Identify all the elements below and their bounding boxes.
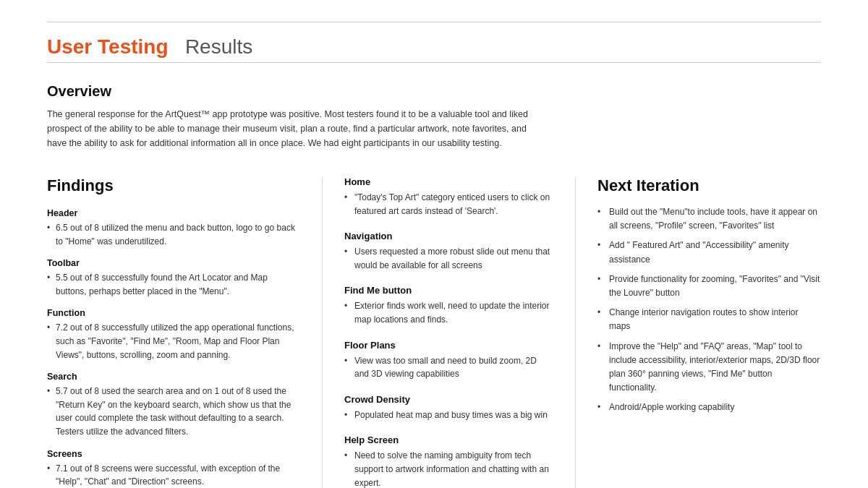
list-item: 5.5 out of 8 successfully found the Art … xyxy=(47,271,300,298)
overview-section: Overview The general response for the Ar… xyxy=(47,83,821,150)
mid-floor-plans-label: Floor Plans xyxy=(344,340,553,351)
finding-toolbar-list: 5.5 out of 8 successfully found the Art … xyxy=(47,271,300,298)
middle-column: Home "Today's Top Art" category enticed … xyxy=(322,176,575,488)
mid-floor-plans-list: View was too small and need to build zoo… xyxy=(344,354,553,381)
mid-navigation: Navigation Users requested a more robust… xyxy=(344,231,553,272)
mid-crowd-density: Crowd Density Populated heat map and bus… xyxy=(344,394,553,422)
finding-toolbar: Toolbar 5.5 out of 8 successfully found … xyxy=(47,258,300,298)
next-iteration-heading: Next Iteration xyxy=(597,176,821,195)
list-item: View was too small and need to build zoo… xyxy=(344,354,553,381)
mid-navigation-list: Users requested a more robust slide out … xyxy=(344,245,553,272)
finding-search: Search 5.7 out of 8 used the search area… xyxy=(47,372,300,438)
list-item: Provide functionality for zooming, "Favo… xyxy=(597,273,821,300)
overview-heading: Overview xyxy=(47,83,821,100)
finding-header: Header 6.5 out of 8 utilized the menu an… xyxy=(47,208,300,248)
list-item: Need to solve the naming ambiguity from … xyxy=(344,449,553,488)
three-column-layout: Findings Header 6.5 out of 8 utilized th… xyxy=(47,176,821,488)
mid-floor-plans: Floor Plans View was too small and need … xyxy=(344,340,553,381)
mid-crowd-density-label: Crowd Density xyxy=(344,394,553,405)
mid-home: Home "Today's Top Art" category enticed … xyxy=(344,176,553,218)
list-item: Android/Apple working capability xyxy=(597,401,821,414)
list-item: Build out the "Menu"to include tools, ha… xyxy=(597,205,821,233)
finding-header-list: 6.5 out of 8 utilized the menu and back … xyxy=(47,221,300,248)
finding-screens: Screens 7.1 out of 8 screens were succes… xyxy=(47,449,300,488)
top-rule xyxy=(47,22,821,22)
finding-toolbar-label: Toolbar xyxy=(47,258,300,268)
finding-search-list: 5.7 out of 8 used the search area and on… xyxy=(47,385,300,438)
title-rule xyxy=(47,62,821,63)
mid-help-screen: Help Screen Need to solve the naming amb… xyxy=(344,435,553,488)
list-item: 5.7 out of 8 used the search area and on… xyxy=(47,385,300,438)
finding-search-label: Search xyxy=(47,372,300,382)
list-item: 6.5 out of 8 utilized the menu and back … xyxy=(47,221,300,248)
mid-crowd-density-list: Populated heat map and busy times was a … xyxy=(344,408,553,422)
mid-home-list: "Today's Top Art" category enticed users… xyxy=(344,191,553,218)
finding-screens-list: 7.1 out of 8 screens were successful, wi… xyxy=(47,462,300,488)
list-item: Populated heat map and busy times was a … xyxy=(344,408,553,422)
mid-find-me: Find Me button Exterior finds work well,… xyxy=(344,285,553,326)
mid-help-screen-label: Help Screen xyxy=(344,435,553,445)
mid-find-me-list: Exterior finds work well, need to update… xyxy=(344,299,553,326)
findings-heading: Findings xyxy=(47,176,300,195)
mid-find-me-label: Find Me button xyxy=(344,285,553,296)
list-item: Change interior navigation routes to sho… xyxy=(597,306,821,333)
mid-help-screen-list: Need to solve the naming ambiguity from … xyxy=(344,449,553,488)
finding-function: Function 7.2 out of 8 successfully utili… xyxy=(47,308,300,361)
mid-home-label: Home xyxy=(344,176,553,187)
finding-function-list: 7.2 out of 8 successfully utilized the a… xyxy=(47,321,300,361)
next-iteration-list: Build out the "Menu"to include tools, ha… xyxy=(597,205,821,414)
findings-column: Findings Header 6.5 out of 8 utilized th… xyxy=(47,176,322,488)
list-item: 7.2 out of 8 successfully utilized the a… xyxy=(47,321,300,361)
next-iteration-column: Next Iteration Build out the "Menu"to in… xyxy=(575,176,821,488)
list-item: Add " Featured Art" and "Accessibility" … xyxy=(597,239,821,266)
list-item: 7.1 out of 8 screens were successful, wi… xyxy=(47,462,300,488)
finding-header-label: Header xyxy=(47,208,300,218)
mid-navigation-label: Navigation xyxy=(344,231,553,241)
page-title: User Testing Results xyxy=(47,35,821,59)
list-item: "Today's Top Art" category enticed users… xyxy=(344,191,553,218)
list-item: Exterior finds work well, need to update… xyxy=(344,299,553,326)
list-item: Improve the "Help" and "FAQ" areas, "Map… xyxy=(597,340,821,395)
finding-function-label: Function xyxy=(47,308,300,318)
overview-body: The general response for the ArtQuest™ a… xyxy=(47,107,539,150)
list-item: Users requested a more robust slide out … xyxy=(344,245,553,272)
finding-screens-label: Screens xyxy=(47,449,300,459)
